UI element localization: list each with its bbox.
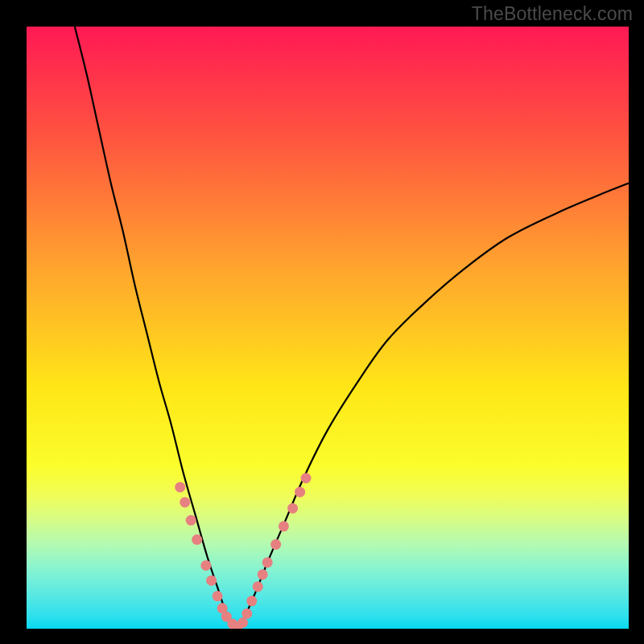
data-dot xyxy=(186,515,196,526)
data-dot xyxy=(213,591,223,601)
chart-container: TheBottleneck.com xyxy=(0,0,644,644)
plot-area xyxy=(27,27,629,629)
data-dot xyxy=(270,539,281,550)
data-dot xyxy=(206,576,217,586)
data-dot xyxy=(287,503,298,514)
data-dot xyxy=(237,617,248,628)
data-dot xyxy=(279,521,289,531)
data-dot xyxy=(262,557,273,568)
watermark-text: TheBottleneck.com xyxy=(472,3,633,25)
curve-left xyxy=(75,27,237,627)
curve-svg xyxy=(27,27,629,629)
dots-group xyxy=(175,473,311,630)
data-dot xyxy=(192,535,202,545)
data-dot xyxy=(180,497,190,507)
data-dot xyxy=(258,569,268,580)
curve-right xyxy=(237,183,629,626)
data-dot xyxy=(242,609,252,619)
data-dot xyxy=(295,487,305,497)
data-dot xyxy=(246,596,257,606)
data-dot xyxy=(301,473,312,484)
data-dot xyxy=(200,560,211,571)
data-dot xyxy=(253,581,263,592)
data-dot xyxy=(175,482,185,493)
